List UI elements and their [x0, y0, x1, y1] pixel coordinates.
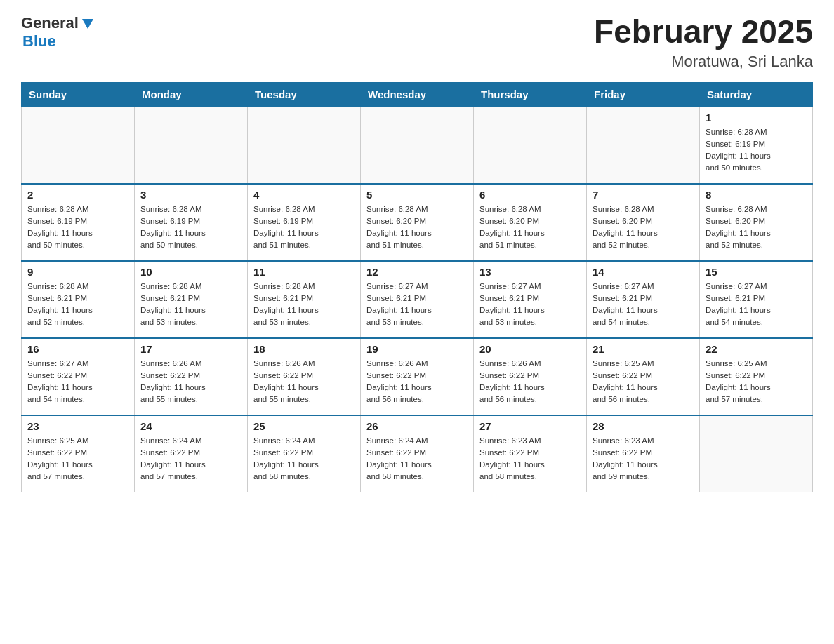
calendar-cell: 28Sunrise: 6:23 AM Sunset: 6:22 PM Dayli… — [587, 415, 700, 492]
day-info: Sunrise: 6:28 AM Sunset: 6:20 PM Dayligh… — [593, 203, 694, 252]
day-number: 2 — [27, 189, 128, 201]
weekday-header-row: SundayMondayTuesdayWednesdayThursdayFrid… — [22, 82, 813, 107]
calendar-cell: 27Sunrise: 6:23 AM Sunset: 6:22 PM Dayli… — [474, 415, 587, 492]
day-number: 27 — [479, 420, 581, 432]
calendar-week-row: 16Sunrise: 6:27 AM Sunset: 6:22 PM Dayli… — [22, 338, 813, 415]
calendar-cell — [587, 107, 700, 184]
day-number: 25 — [253, 420, 355, 432]
calendar-cell: 13Sunrise: 6:27 AM Sunset: 6:21 PM Dayli… — [474, 261, 587, 338]
calendar-cell: 8Sunrise: 6:28 AM Sunset: 6:20 PM Daylig… — [700, 184, 813, 261]
day-info: Sunrise: 6:28 AM Sunset: 6:21 PM Dayligh… — [253, 281, 355, 329]
day-info: Sunrise: 6:28 AM Sunset: 6:20 PM Dayligh… — [479, 203, 581, 252]
calendar-cell: 17Sunrise: 6:26 AM Sunset: 6:22 PM Dayli… — [135, 338, 248, 415]
day-number: 17 — [140, 343, 241, 355]
calendar-cell: 4Sunrise: 6:28 AM Sunset: 6:19 PM Daylig… — [248, 184, 361, 261]
day-info: Sunrise: 6:27 AM Sunset: 6:21 PM Dayligh… — [479, 281, 581, 329]
day-number: 16 — [27, 343, 128, 355]
svg-marker-0 — [82, 19, 93, 29]
calendar-cell: 11Sunrise: 6:28 AM Sunset: 6:21 PM Dayli… — [248, 261, 361, 338]
weekday-header-sunday: Sunday — [22, 82, 135, 107]
weekday-header-saturday: Saturday — [700, 82, 813, 107]
calendar-cell: 20Sunrise: 6:26 AM Sunset: 6:22 PM Dayli… — [474, 338, 587, 415]
calendar-cell: 23Sunrise: 6:25 AM Sunset: 6:22 PM Dayli… — [22, 415, 135, 492]
calendar-cell — [248, 107, 361, 184]
day-info: Sunrise: 6:26 AM Sunset: 6:22 PM Dayligh… — [479, 358, 581, 406]
calendar-cell — [700, 415, 813, 492]
calendar-cell: 19Sunrise: 6:26 AM Sunset: 6:22 PM Dayli… — [361, 338, 474, 415]
day-number: 10 — [140, 266, 241, 278]
day-info: Sunrise: 6:28 AM Sunset: 6:19 PM Dayligh… — [706, 126, 807, 175]
day-number: 15 — [706, 266, 807, 278]
calendar-cell — [135, 107, 248, 184]
calendar-cell: 3Sunrise: 6:28 AM Sunset: 6:19 PM Daylig… — [135, 184, 248, 261]
day-info: Sunrise: 6:28 AM Sunset: 6:21 PM Dayligh… — [27, 281, 128, 329]
calendar-cell: 10Sunrise: 6:28 AM Sunset: 6:21 PM Dayli… — [135, 261, 248, 338]
day-number: 14 — [593, 266, 694, 278]
day-number: 22 — [706, 343, 807, 355]
calendar-cell: 1Sunrise: 6:28 AM Sunset: 6:19 PM Daylig… — [700, 107, 813, 184]
calendar-cell: 6Sunrise: 6:28 AM Sunset: 6:20 PM Daylig… — [474, 184, 587, 261]
day-info: Sunrise: 6:26 AM Sunset: 6:22 PM Dayligh… — [253, 358, 355, 406]
day-number: 13 — [479, 266, 581, 278]
day-number: 8 — [706, 189, 807, 201]
calendar-cell: 21Sunrise: 6:25 AM Sunset: 6:22 PM Dayli… — [587, 338, 700, 415]
calendar-table: SundayMondayTuesdayWednesdayThursdayFrid… — [21, 82, 813, 493]
day-info: Sunrise: 6:28 AM Sunset: 6:19 PM Dayligh… — [253, 203, 355, 252]
day-info: Sunrise: 6:24 AM Sunset: 6:22 PM Dayligh… — [366, 435, 468, 483]
day-number: 9 — [27, 266, 128, 278]
weekday-header-wednesday: Wednesday — [361, 82, 474, 107]
day-number: 6 — [479, 189, 581, 201]
day-info: Sunrise: 6:24 AM Sunset: 6:22 PM Dayligh… — [253, 435, 355, 483]
calendar-cell — [474, 107, 587, 184]
day-info: Sunrise: 6:28 AM Sunset: 6:20 PM Dayligh… — [706, 203, 807, 252]
day-number: 1 — [706, 112, 807, 123]
calendar-cell: 16Sunrise: 6:27 AM Sunset: 6:22 PM Dayli… — [22, 338, 135, 415]
day-info: Sunrise: 6:23 AM Sunset: 6:22 PM Dayligh… — [479, 435, 581, 483]
day-info: Sunrise: 6:27 AM Sunset: 6:21 PM Dayligh… — [593, 281, 694, 329]
day-number: 3 — [140, 189, 241, 201]
day-number: 12 — [366, 266, 468, 278]
weekday-header-tuesday: Tuesday — [248, 82, 361, 107]
calendar-week-row: 1Sunrise: 6:28 AM Sunset: 6:19 PM Daylig… — [22, 107, 813, 184]
calendar-week-row: 23Sunrise: 6:25 AM Sunset: 6:22 PM Dayli… — [22, 415, 813, 492]
logo: General Blue — [21, 14, 95, 51]
calendar-cell: 7Sunrise: 6:28 AM Sunset: 6:20 PM Daylig… — [587, 184, 700, 261]
day-number: 18 — [253, 343, 355, 355]
weekday-header-monday: Monday — [135, 82, 248, 107]
calendar-cell: 26Sunrise: 6:24 AM Sunset: 6:22 PM Dayli… — [361, 415, 474, 492]
day-number: 5 — [366, 189, 468, 201]
day-number: 28 — [593, 420, 694, 432]
calendar-cell: 18Sunrise: 6:26 AM Sunset: 6:22 PM Dayli… — [248, 338, 361, 415]
calendar-cell — [22, 107, 135, 184]
calendar-cell: 14Sunrise: 6:27 AM Sunset: 6:21 PM Dayli… — [587, 261, 700, 338]
day-number: 24 — [140, 420, 241, 432]
calendar-week-row: 2Sunrise: 6:28 AM Sunset: 6:19 PM Daylig… — [22, 184, 813, 261]
calendar-cell: 5Sunrise: 6:28 AM Sunset: 6:20 PM Daylig… — [361, 184, 474, 261]
day-number: 26 — [366, 420, 468, 432]
day-info: Sunrise: 6:24 AM Sunset: 6:22 PM Dayligh… — [140, 435, 241, 483]
day-number: 11 — [253, 266, 355, 278]
title-block: February 2025 Moratuwa, Sri Lanka — [594, 14, 813, 71]
day-info: Sunrise: 6:26 AM Sunset: 6:22 PM Dayligh… — [140, 358, 241, 406]
logo-arrow-icon — [80, 16, 95, 32]
calendar-cell: 15Sunrise: 6:27 AM Sunset: 6:21 PM Dayli… — [700, 261, 813, 338]
logo-general-text: General — [21, 14, 79, 32]
day-number: 20 — [479, 343, 581, 355]
calendar-cell: 2Sunrise: 6:28 AM Sunset: 6:19 PM Daylig… — [22, 184, 135, 261]
calendar-cell: 24Sunrise: 6:24 AM Sunset: 6:22 PM Dayli… — [135, 415, 248, 492]
day-info: Sunrise: 6:25 AM Sunset: 6:22 PM Dayligh… — [706, 358, 807, 406]
calendar-cell: 12Sunrise: 6:27 AM Sunset: 6:21 PM Dayli… — [361, 261, 474, 338]
calendar-cell — [361, 107, 474, 184]
calendar-cell: 25Sunrise: 6:24 AM Sunset: 6:22 PM Dayli… — [248, 415, 361, 492]
day-info: Sunrise: 6:23 AM Sunset: 6:22 PM Dayligh… — [593, 435, 694, 483]
day-info: Sunrise: 6:27 AM Sunset: 6:21 PM Dayligh… — [366, 281, 468, 329]
day-info: Sunrise: 6:25 AM Sunset: 6:22 PM Dayligh… — [27, 435, 128, 483]
day-number: 23 — [27, 420, 128, 432]
day-number: 19 — [366, 343, 468, 355]
day-info: Sunrise: 6:25 AM Sunset: 6:22 PM Dayligh… — [593, 358, 694, 406]
day-info: Sunrise: 6:28 AM Sunset: 6:19 PM Dayligh… — [140, 203, 241, 252]
weekday-header-thursday: Thursday — [474, 82, 587, 107]
page-subtitle: Moratuwa, Sri Lanka — [594, 53, 813, 71]
day-info: Sunrise: 6:28 AM Sunset: 6:21 PM Dayligh… — [140, 281, 241, 329]
day-info: Sunrise: 6:28 AM Sunset: 6:19 PM Dayligh… — [27, 203, 128, 252]
